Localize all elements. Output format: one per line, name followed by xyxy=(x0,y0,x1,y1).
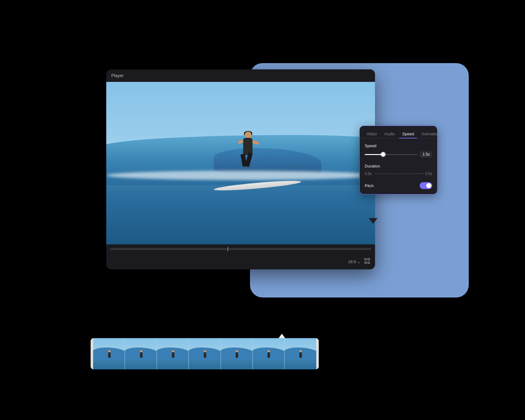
surfer-figure xyxy=(235,132,260,182)
duration-end: 3.5s xyxy=(423,172,432,176)
panel-tabs: Video Audio Speed Animation xyxy=(360,126,437,138)
chevron-down-icon: ⌄ xyxy=(357,259,361,264)
svg-rect-1 xyxy=(368,258,370,260)
pitch-label: Pitch xyxy=(365,183,374,188)
pitch-toggle[interactable] xyxy=(420,182,432,189)
speed-slider-thumb[interactable] xyxy=(381,152,385,157)
speed-slider-row: 1.5x xyxy=(365,151,432,158)
aspect-ratio-button[interactable]: 16:9 ⌄ xyxy=(348,259,361,264)
duration-arrow-track: → xyxy=(375,173,422,174)
filmstrip-frame xyxy=(285,338,316,369)
main-scene: Player xyxy=(75,38,450,382)
duration-start: 3.5s xyxy=(365,172,373,176)
timeline-bar[interactable] xyxy=(106,244,375,254)
timeline-playhead[interactable] xyxy=(228,247,228,251)
surfer-arm-right xyxy=(252,140,259,145)
filmstrip-handle-right[interactable] xyxy=(316,338,319,369)
pitch-section: Pitch xyxy=(365,182,432,189)
speed-label: Speed xyxy=(365,143,432,148)
filmstrip xyxy=(91,338,319,369)
svg-rect-3 xyxy=(368,262,370,263)
filmstrip-frame xyxy=(93,338,125,369)
speed-slider-fill xyxy=(365,154,383,155)
tab-video[interactable]: Video xyxy=(363,130,380,138)
fullscreen-icon xyxy=(364,258,370,264)
duration-arrow-icon: → xyxy=(420,171,424,176)
panel-connector-arrow xyxy=(369,218,378,224)
filmstrip-frames xyxy=(93,338,316,369)
tab-audio[interactable]: Audio xyxy=(381,130,398,138)
surfer-body xyxy=(243,138,252,155)
filmstrip-frame xyxy=(221,338,253,369)
filmstrip-frame xyxy=(253,338,285,369)
tab-animation[interactable]: Animation xyxy=(418,130,438,138)
svg-rect-0 xyxy=(365,258,367,260)
player-title: Player xyxy=(111,73,124,78)
svg-rect-2 xyxy=(365,262,367,263)
filmstrip-frame xyxy=(189,338,221,369)
properties-panel: Video Audio Speed Animation Speed xyxy=(359,126,438,194)
controls-bar: 16:9 ⌄ xyxy=(106,254,375,269)
player-titlebar: Player xyxy=(106,69,375,82)
speed-section: Speed 1.5x xyxy=(365,143,432,158)
duration-row: 3.5s → 3.5s xyxy=(365,172,432,176)
filmstrip-frame xyxy=(157,338,189,369)
speed-value: 1.5x xyxy=(420,151,432,158)
surfer-head xyxy=(245,132,252,138)
surfer-arm-left xyxy=(238,139,244,144)
video-area xyxy=(106,82,375,254)
fullscreen-button[interactable] xyxy=(364,258,370,265)
timeline-track[interactable] xyxy=(110,248,371,250)
speed-slider-track[interactable] xyxy=(365,154,418,155)
duration-label: Duration xyxy=(365,164,432,168)
duration-section: Duration 3.5s → 3.5s xyxy=(365,164,432,176)
player-window: Player xyxy=(106,69,375,269)
panel-content: Speed 1.5x Duration 3.5s → 3.5s xyxy=(360,138,437,194)
toggle-knob xyxy=(426,183,431,188)
filmstrip-handle-left[interactable] xyxy=(91,338,93,369)
aspect-ratio-label: 16:9 xyxy=(348,259,356,264)
timeline-dots xyxy=(110,248,371,250)
filmstrip-frame xyxy=(125,338,157,369)
tab-speed[interactable]: Speed xyxy=(399,130,417,138)
pitch-row: Pitch xyxy=(365,182,432,189)
